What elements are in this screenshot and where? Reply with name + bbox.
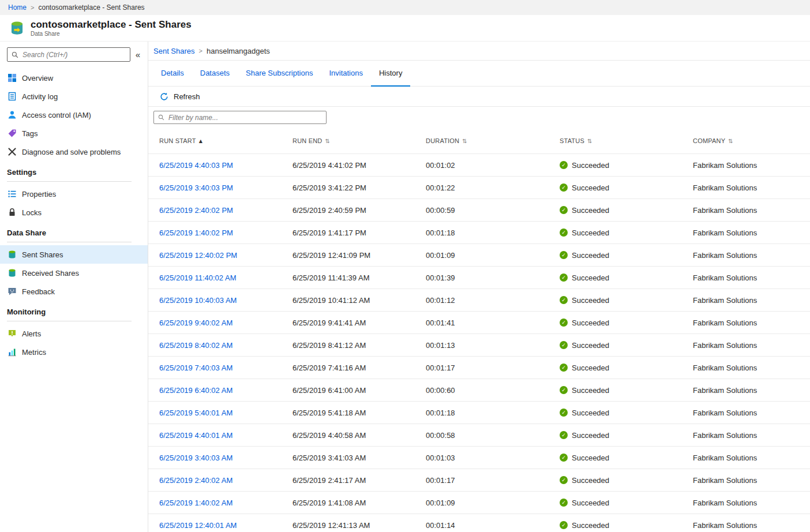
sidebar-item-access-control-iam[interactable]: Access control (IAM)	[0, 106, 148, 124]
run-start-link[interactable]: 6/25/2019 2:40:02 AM	[159, 476, 232, 485]
share-breadcrumb-parent-link[interactable]: Sent Shares	[153, 47, 195, 55]
status-label: Succeeded	[572, 476, 609, 485]
run-start-cell: 6/25/2019 12:40:01 AM	[159, 521, 292, 530]
run-end-cell: 6/25/2019 1:41:17 PM	[292, 228, 426, 237]
succeeded-icon: ✓	[560, 499, 568, 507]
sidebar-collapse-button[interactable]: «	[130, 50, 145, 59]
run-start-link[interactable]: 6/25/2019 11:40:02 AM	[159, 274, 236, 282]
content-area: « OverviewActivity logAccess control (IA…	[0, 42, 810, 532]
run-end-cell: 6/25/2019 4:40:58 AM	[292, 431, 426, 440]
run-start-link[interactable]: 6/25/2019 12:40:02 PM	[159, 251, 237, 260]
column-header-run-end[interactable]: RUN END⇅	[292, 137, 426, 144]
table-row: 6/25/2019 3:40:03 AM6/25/2019 3:41:03 AM…	[148, 446, 810, 469]
column-header-duration[interactable]: DURATION⇅	[426, 137, 560, 144]
run-end-cell: 6/25/2019 6:41:00 AM	[292, 386, 426, 395]
run-start-link[interactable]: 6/25/2019 4:40:03 PM	[159, 161, 233, 170]
company-cell: Fabrikam Solutions	[693, 251, 799, 260]
sidebar-search-input[interactable]	[21, 50, 126, 59]
sidebar-item-activity-log[interactable]: Activity log	[0, 87, 148, 106]
column-label: RUN END	[292, 137, 322, 144]
succeeded-icon: ✓	[560, 206, 568, 214]
company-cell: Fabrikam Solutions	[693, 431, 799, 440]
tab-details[interactable]: Details	[153, 61, 192, 87]
main-content: Sent Shares > hanselmangadgets DetailsDa…	[148, 42, 810, 532]
run-start-link[interactable]: 6/25/2019 5:40:01 AM	[159, 409, 232, 417]
sidebar-item-diagnose-and-solve-problems[interactable]: Diagnose and solve problems	[0, 143, 148, 161]
sidebar: « OverviewActivity logAccess control (IA…	[0, 42, 148, 532]
tab-share-subscriptions[interactable]: Share Subscriptions	[238, 61, 321, 87]
run-start-link[interactable]: 6/25/2019 2:40:02 PM	[159, 206, 233, 215]
sidebar-item-received-shares[interactable]: Received Shares	[0, 264, 148, 282]
run-end-cell: 6/25/2019 3:41:03 AM	[292, 454, 426, 462]
run-start-link[interactable]: 6/25/2019 8:40:02 AM	[159, 341, 232, 350]
run-start-link[interactable]: 6/25/2019 1:40:02 AM	[159, 499, 232, 507]
sidebar-item-feedback[interactable]: Feedback	[0, 282, 148, 301]
duration-cell: 00:01:17	[426, 364, 560, 372]
toolbar: Refresh	[148, 87, 810, 107]
run-start-link[interactable]: 6/25/2019 3:40:03 PM	[159, 183, 233, 192]
filter-input[interactable]	[167, 113, 322, 122]
run-start-cell: 6/25/2019 2:40:02 PM	[159, 206, 292, 215]
run-end-cell: 6/25/2019 12:41:13 AM	[292, 521, 426, 530]
run-start-link[interactable]: 6/25/2019 6:40:02 AM	[159, 386, 232, 395]
status-cell: ✓Succeeded	[560, 296, 693, 305]
sidebar-item-alerts[interactable]: Alerts	[0, 324, 148, 343]
tab-invitations[interactable]: Invitations	[321, 61, 371, 87]
column-header-status[interactable]: STATUS⇅	[560, 137, 693, 144]
run-start-link[interactable]: 6/25/2019 9:40:02 AM	[159, 319, 232, 327]
table-row: 6/25/2019 5:40:01 AM6/25/2019 5:41:18 AM…	[148, 401, 810, 424]
company-cell: Fabrikam Solutions	[693, 521, 799, 530]
sent-shares-icon	[7, 250, 17, 260]
status-cell: ✓Succeeded	[560, 228, 693, 237]
sidebar-item-properties[interactable]: Properties	[0, 185, 148, 203]
table-body: 6/25/2019 4:40:03 PM6/25/2019 4:41:02 PM…	[148, 153, 810, 532]
sidebar-item-overview[interactable]: Overview	[0, 69, 148, 87]
sidebar-item-locks[interactable]: Locks	[0, 203, 148, 222]
duration-cell: 00:01:09	[426, 499, 560, 507]
sort-icon: ⇅	[462, 138, 467, 144]
refresh-button[interactable]: Refresh	[160, 92, 200, 101]
duration-cell: 00:00:60	[426, 386, 560, 395]
tab-history[interactable]: History	[371, 61, 410, 87]
run-end-cell: 6/25/2019 9:41:41 AM	[292, 319, 426, 327]
tab-datasets[interactable]: Datasets	[192, 61, 238, 87]
column-header-run-start[interactable]: RUN START▲	[159, 137, 292, 144]
share-breadcrumb: Sent Shares > hanselmangadgets	[148, 42, 810, 61]
duration-cell: 00:01:41	[426, 319, 560, 327]
run-start-link[interactable]: 6/25/2019 12:40:01 AM	[159, 521, 237, 530]
succeeded-icon: ✓	[560, 319, 568, 327]
run-start-link[interactable]: 6/25/2019 10:40:03 AM	[159, 296, 237, 305]
run-start-link[interactable]: 6/25/2019 1:40:02 PM	[159, 228, 233, 237]
sidebar-item-label: Locks	[22, 208, 42, 217]
run-end-cell: 6/25/2019 3:41:22 PM	[292, 183, 426, 192]
tab-bar: DetailsDatasetsShare SubscriptionsInvita…	[148, 61, 810, 87]
status-cell: ✓Succeeded	[560, 251, 693, 260]
sort-ascending-icon: ▲	[199, 138, 202, 144]
run-start-link[interactable]: 6/25/2019 7:40:03 AM	[159, 364, 232, 372]
company-cell: Fabrikam Solutions	[693, 206, 799, 215]
run-start-cell: 6/25/2019 3:40:03 AM	[159, 454, 292, 462]
company-cell: Fabrikam Solutions	[693, 476, 799, 485]
run-start-link[interactable]: 6/25/2019 3:40:03 AM	[159, 454, 232, 462]
sidebar-search-row: «	[0, 47, 148, 62]
sidebar-section-settings: Settings	[7, 168, 132, 182]
status-cell: ✓Succeeded	[560, 341, 693, 350]
company-cell: Fabrikam Solutions	[693, 183, 799, 192]
status-label: Succeeded	[572, 521, 609, 530]
sidebar-item-tags[interactable]: Tags	[0, 124, 148, 143]
status-label: Succeeded	[572, 431, 609, 440]
table-row: 6/25/2019 10:40:03 AM6/25/2019 10:41:12 …	[148, 289, 810, 311]
refresh-icon	[160, 92, 168, 101]
sidebar-item-metrics[interactable]: Metrics	[0, 343, 148, 361]
column-label: RUN START	[159, 137, 196, 144]
run-start-cell: 6/25/2019 9:40:02 AM	[159, 319, 292, 327]
run-start-link[interactable]: 6/25/2019 4:40:01 AM	[159, 431, 232, 440]
page-header: contosomarketplace - Sent Shares Data Sh…	[0, 15, 810, 42]
sidebar-item-sent-shares[interactable]: Sent Shares	[0, 245, 148, 264]
page-title: contosomarketplace - Sent Shares	[31, 19, 192, 31]
succeeded-icon: ✓	[560, 251, 568, 259]
sidebar-search-box[interactable]	[7, 47, 130, 62]
filter-box[interactable]	[153, 111, 327, 124]
column-header-company[interactable]: COMPANY⇅	[693, 137, 799, 144]
breadcrumb-home-link[interactable]: Home	[8, 3, 27, 12]
